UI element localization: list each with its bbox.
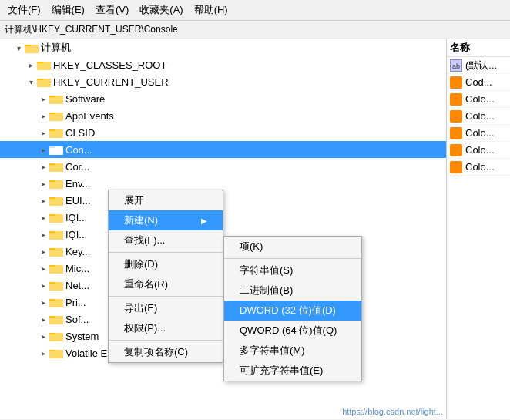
tree-label-sof: Sof...: [65, 314, 89, 325]
dword-icon-6: [450, 161, 462, 173]
tree-label-env: Env...: [65, 178, 90, 190]
svg-rect-2: [25, 46, 39, 53]
tree-label-key: Key...: [65, 246, 90, 257]
svg-rect-8: [37, 80, 51, 87]
tree-label-net: Net...: [65, 280, 89, 291]
tree-arrow-appevents: [37, 112, 49, 120]
menu-edit[interactable]: 编辑(E): [47, 2, 89, 18]
right-item-label-6: Colo...: [465, 161, 495, 173]
ab-icon-0: ab: [450, 59, 462, 72]
tree-arrow-clsid: [37, 129, 49, 137]
folder-icon-iqi2: [49, 229, 63, 240]
tree-arrow-console: [37, 146, 49, 154]
right-item-2[interactable]: Colo...: [447, 91, 510, 108]
context-menu-new[interactable]: 新建(N) ▶: [109, 210, 223, 230]
tree-panel: 计算机 HKEY_CLASSES_ROOT HKEY_CURRENT_USER: [0, 39, 447, 419]
folder-icon-net: [49, 280, 63, 291]
folder-icon-mic: [49, 263, 63, 274]
folder-icon-hkcu: [37, 76, 51, 87]
submenu: 项(K) 字符串值(S) 二进制值(B) DWORD (32 位)值(D) QW…: [223, 236, 362, 381]
tree-label-console: Con...: [65, 144, 92, 156]
svg-rect-44: [49, 284, 63, 291]
tree-arrow-volatile: [37, 349, 49, 358]
right-item-3[interactable]: Colo...: [447, 108, 510, 125]
submenu-item-expandstring[interactable]: 可扩充字符串值(E): [224, 361, 361, 381]
submenu-item-string[interactable]: 字符串值(S): [224, 260, 361, 281]
svg-rect-26: [49, 182, 63, 189]
svg-rect-50: [49, 318, 63, 324]
submenu-item-item[interactable]: 项(K): [224, 237, 361, 257]
right-item-1[interactable]: Cod...: [447, 74, 510, 91]
tree-item-hkcr[interactable]: HKEY_CLASSES_ROOT: [0, 56, 446, 73]
dword-icon-3: [450, 110, 462, 123]
addressbar: 计算机\HKEY_CURRENT_USER\Console: [0, 21, 510, 39]
tree-item-console[interactable]: Con...: [0, 141, 446, 158]
context-menu-copy[interactable]: 复制项名称(C): [109, 342, 223, 362]
menu-favorites[interactable]: 收藏夹(A): [135, 2, 187, 18]
right-item-0[interactable]: ab (默认...: [447, 57, 510, 74]
svg-rect-56: [49, 351, 63, 358]
folder-icon-appevents: [49, 110, 63, 121]
tree-arrow-hkcr: [25, 61, 37, 69]
right-item-label-4: Colo...: [465, 127, 495, 139]
context-menu-expand[interactable]: 展开: [109, 190, 223, 210]
watermark: https://blog.csdn.net/light...: [342, 407, 443, 416]
tree-label-computer: 计算机: [41, 41, 71, 55]
tree-label-hkcr: HKEY_CLASSES_ROOT: [53, 59, 166, 71]
folder-icon-sof: [49, 314, 63, 324]
svg-rect-41: [49, 267, 63, 274]
tree-arrow-net: [37, 281, 49, 290]
tree-arrow-env: [37, 180, 49, 188]
submenu-item-binary[interactable]: 二进制值(B): [224, 281, 361, 301]
tree-arrow-key: [37, 247, 49, 256]
tree-label-mic: Mic...: [65, 263, 89, 274]
tree-item-clsid[interactable]: CLSID: [0, 124, 446, 141]
submenu-arrow-new: ▶: [201, 217, 207, 225]
tree-item-computer[interactable]: 计算机: [0, 39, 446, 56]
right-item-label-3: Colo...: [465, 110, 495, 122]
right-item-label-1: Cod...: [465, 76, 492, 88]
tree-arrow-system: [37, 332, 49, 341]
svg-rect-11: [49, 97, 63, 104]
tree-arrow-iqi2: [37, 230, 49, 239]
tree-arrow-computer: [12, 44, 25, 52]
menu-file[interactable]: 文件(F): [3, 2, 45, 18]
submenu-item-qword[interactable]: QWORD (64 位)值(Q): [224, 321, 361, 341]
context-menu-delete[interactable]: 删除(D): [109, 254, 223, 274]
tree-item-appevents[interactable]: AppEvents: [0, 107, 446, 124]
tree-item-hkcu[interactable]: HKEY_CURRENT_USER: [0, 73, 446, 90]
tree-item-cor[interactable]: Cor...: [0, 158, 446, 175]
submenu-item-multistring[interactable]: 多字符串值(M): [224, 341, 361, 361]
right-item-6[interactable]: Colo...: [447, 159, 510, 176]
folder-icon-pri: [49, 297, 63, 307]
menu-view[interactable]: 查看(V): [91, 2, 133, 18]
context-menu-rename[interactable]: 重命名(R): [109, 274, 223, 294]
right-item-label-2: Colo...: [465, 93, 495, 105]
folder-icon-volatile: [49, 348, 63, 358]
context-menu-export[interactable]: 导出(E): [109, 298, 223, 318]
folder-icon-key: [49, 246, 63, 257]
right-item-5[interactable]: Colo...: [447, 142, 510, 159]
folder-icon-eui: [49, 195, 63, 206]
folder-icon-env: [49, 178, 63, 189]
svg-rect-53: [49, 334, 63, 341]
right-item-4[interactable]: Colo...: [447, 125, 510, 142]
tree-label-iqi2: IQI...: [65, 229, 87, 240]
address-path: 计算机\HKEY_CURRENT_USER\Console: [5, 24, 178, 35]
menubar: 文件(F) 编辑(E) 查看(V) 收藏夹(A) 帮助(H): [0, 0, 510, 21]
context-menu-permissions[interactable]: 权限(P)...: [109, 318, 223, 338]
tree-item-software[interactable]: Software: [0, 90, 446, 107]
context-menu: 展开 新建(N) ▶ 查找(F)... 删除(D) 重命名(R) 导出(E) 权…: [108, 190, 223, 363]
submenu-item-dword[interactable]: DWORD (32 位)值(D): [224, 301, 361, 321]
context-menu-sep3: [109, 340, 223, 341]
menu-help[interactable]: 帮助(H): [190, 2, 233, 18]
tree-label-software: Software: [65, 93, 105, 105]
context-menu-find[interactable]: 查找(F)...: [109, 230, 223, 250]
folder-icon-console: [49, 144, 63, 155]
tree-arrow-pri: [37, 298, 49, 307]
tree-label-cor: Cor...: [65, 161, 89, 173]
dword-icon-2: [450, 93, 462, 106]
folder-icon-cor: [49, 161, 63, 172]
svg-rect-20: [49, 148, 63, 155]
tree-arrow-eui: [37, 197, 49, 205]
